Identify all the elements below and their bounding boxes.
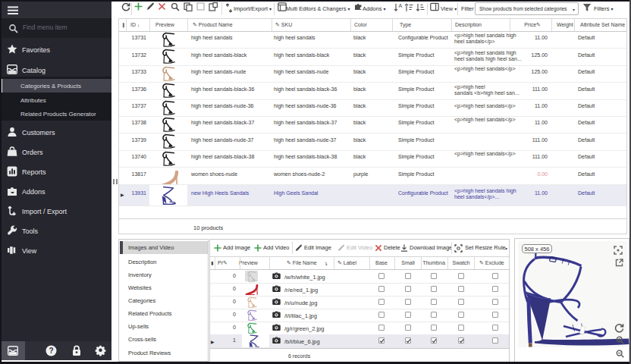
svg-text:?: ? [49, 347, 53, 355]
svg-text:A: A [399, 3, 403, 8]
